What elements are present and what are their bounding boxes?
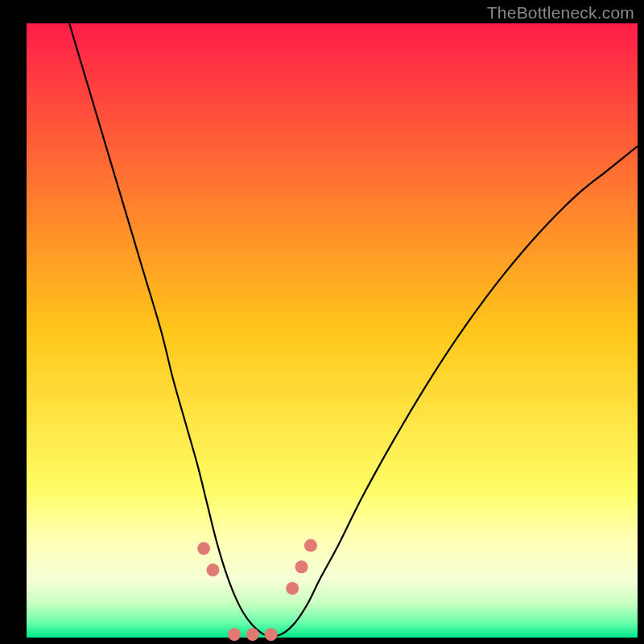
marker-valley-markers <box>286 582 299 595</box>
marker-valley-markers <box>265 628 278 641</box>
marker-valley-markers <box>197 542 210 555</box>
marker-valley-markers <box>304 539 317 552</box>
app-frame: TheBottleneck.com <box>0 0 644 644</box>
chart-canvas <box>0 0 644 644</box>
marker-valley-markers <box>206 564 219 576</box>
gradient-background <box>27 23 638 638</box>
marker-valley-markers <box>295 560 308 573</box>
marker-valley-markers <box>246 628 259 641</box>
marker-valley-markers <box>228 628 241 641</box>
